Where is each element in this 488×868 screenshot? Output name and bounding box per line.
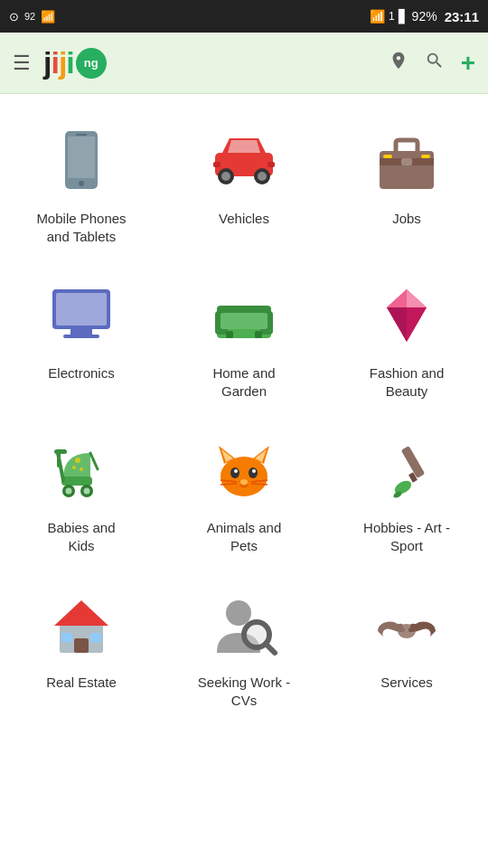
svg-rect-20 xyxy=(56,293,107,326)
svg-marker-33 xyxy=(387,307,407,342)
services-icon xyxy=(366,583,447,665)
vehicles-icon xyxy=(203,119,285,201)
jobs-label: Jobs xyxy=(392,210,421,228)
svg-rect-15 xyxy=(401,158,412,165)
category-seeking-work[interactable]: Seeking Work -CVs xyxy=(163,567,325,722)
battery-text: 92% xyxy=(412,9,437,24)
babies-kids-label: Babies andKids xyxy=(47,519,115,554)
category-services[interactable]: Services xyxy=(325,567,488,722)
location-button[interactable] xyxy=(389,51,408,76)
svg-rect-27 xyxy=(226,331,233,338)
svg-point-45 xyxy=(72,466,76,469)
fashion-beauty-icon xyxy=(366,274,447,355)
svg-point-47 xyxy=(221,457,267,496)
svg-point-38 xyxy=(66,488,72,495)
notification-icon: 📶 xyxy=(41,10,55,24)
svg-rect-35 xyxy=(61,476,92,486)
svg-rect-16 xyxy=(383,155,392,158)
status-bar: ⊙ 92 📶 📶 1 ▋ 92% 23:11 xyxy=(0,0,488,33)
logo: jiji ng xyxy=(43,45,376,80)
svg-rect-17 xyxy=(421,155,430,158)
category-home-garden[interactable]: Home andGarden xyxy=(163,258,325,412)
category-hobbies[interactable]: Hobbies - Art -Sport xyxy=(325,412,488,567)
real-estate-icon xyxy=(41,583,122,665)
categories-grid: Mobile Phonesand Tablets Vehicles xyxy=(0,94,488,731)
svg-rect-29 xyxy=(221,313,267,329)
svg-marker-34 xyxy=(407,307,427,342)
svg-rect-67 xyxy=(74,638,89,653)
svg-rect-68 xyxy=(61,633,72,642)
status-left: ⊙ 92 📶 xyxy=(9,10,55,24)
electronics-label: Electronics xyxy=(48,364,114,382)
network-1: 1 xyxy=(389,10,395,23)
svg-point-9 xyxy=(221,172,230,181)
header-icons: + xyxy=(389,49,475,78)
search-button[interactable] xyxy=(425,51,445,76)
svg-rect-28 xyxy=(255,331,262,338)
animals-pets-icon xyxy=(203,429,285,510)
logo-badge: ng xyxy=(76,48,107,79)
category-animals-pets[interactable]: Animals andPets xyxy=(163,412,325,567)
svg-line-60 xyxy=(251,484,267,485)
electronics-icon xyxy=(41,274,122,355)
header: ☰ jiji ng + xyxy=(0,33,488,94)
category-babies-kids[interactable]: Babies andKids xyxy=(0,412,163,567)
category-fashion-beauty[interactable]: Fashion andBeauty xyxy=(325,258,488,412)
mobile-phones-icon xyxy=(41,119,122,201)
category-mobile-phones[interactable]: Mobile Phonesand Tablets xyxy=(0,103,163,258)
svg-rect-7 xyxy=(267,162,275,167)
svg-point-53 xyxy=(249,467,258,478)
svg-line-41 xyxy=(90,453,98,469)
signal-icon: 92 xyxy=(24,11,35,22)
svg-point-46 xyxy=(80,467,83,471)
vehicles-label: Vehicles xyxy=(219,210,269,228)
wifi-icon: 📶 xyxy=(370,9,385,24)
logo-text: jiji xyxy=(43,45,74,80)
real-estate-label: Real Estate xyxy=(46,674,117,692)
svg-point-44 xyxy=(75,458,80,463)
status-right: 📶 1 ▋ 92% 23:11 xyxy=(370,9,479,24)
seeking-work-label: Seeking Work -CVs xyxy=(198,674,290,709)
svg-point-56 xyxy=(240,479,248,485)
svg-point-55 xyxy=(252,469,256,473)
svg-rect-69 xyxy=(90,633,101,642)
svg-point-3 xyxy=(79,181,84,186)
svg-marker-32 xyxy=(387,289,407,307)
svg-point-73 xyxy=(247,625,267,645)
category-vehicles[interactable]: Vehicles xyxy=(163,103,325,258)
signal-bars: ▋ xyxy=(399,9,408,24)
svg-rect-22 xyxy=(63,335,99,338)
category-real-estate[interactable]: Real Estate xyxy=(0,567,163,722)
hobbies-icon xyxy=(366,429,447,510)
fashion-beauty-label: Fashion andBeauty xyxy=(370,364,445,400)
svg-marker-31 xyxy=(407,289,427,307)
menu-button[interactable]: ☰ xyxy=(13,52,31,75)
svg-rect-14 xyxy=(396,140,418,155)
svg-line-58 xyxy=(221,484,237,485)
sim-icon: ⊙ xyxy=(9,10,19,24)
svg-marker-66 xyxy=(54,600,108,626)
svg-point-40 xyxy=(84,488,90,495)
category-electronics[interactable]: Electronics xyxy=(0,258,163,412)
svg-rect-21 xyxy=(70,329,92,335)
svg-point-11 xyxy=(258,172,267,181)
svg-rect-43 xyxy=(57,451,61,467)
babies-kids-icon xyxy=(41,429,122,510)
home-garden-icon xyxy=(203,274,285,355)
services-label: Services xyxy=(380,674,433,692)
svg-point-52 xyxy=(230,467,239,478)
home-garden-label: Home andGarden xyxy=(212,364,275,400)
svg-rect-2 xyxy=(68,137,95,178)
svg-point-70 xyxy=(226,600,251,626)
add-button[interactable]: + xyxy=(461,49,475,78)
mobile-phones-label: Mobile Phonesand Tablets xyxy=(36,210,126,245)
svg-rect-4 xyxy=(76,134,87,136)
animals-pets-label: Animals andPets xyxy=(207,519,282,554)
hobbies-label: Hobbies - Art -Sport xyxy=(363,519,450,554)
svg-line-72 xyxy=(266,644,275,653)
svg-point-54 xyxy=(234,469,238,473)
category-jobs[interactable]: Jobs xyxy=(325,103,488,258)
time-display: 23:11 xyxy=(445,9,479,24)
seeking-work-icon xyxy=(203,583,285,665)
svg-rect-6 xyxy=(213,162,221,167)
